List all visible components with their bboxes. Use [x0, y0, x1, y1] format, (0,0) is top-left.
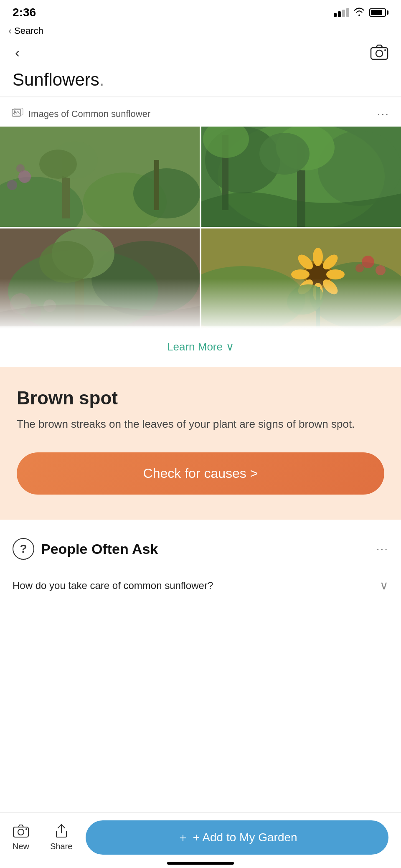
- poa-title-group: ? People Often Ask: [13, 538, 158, 560]
- check-causes-button[interactable]: Check for causes >: [17, 452, 384, 495]
- status-bar: 2:36: [0, 0, 401, 23]
- image-collection-icon: [12, 108, 23, 120]
- camera-button[interactable]: [370, 43, 388, 61]
- camera-icon: [370, 43, 388, 60]
- photo-image-2: [201, 127, 401, 227]
- brown-spot-description: The brown streaks on the leaves of your …: [17, 416, 384, 432]
- svg-point-15: [133, 168, 200, 218]
- learn-more-chevron-icon: ∨: [226, 340, 234, 353]
- poa-header: ? People Often Ask ···: [13, 538, 388, 560]
- new-label: New: [13, 842, 29, 851]
- svg-point-1: [376, 50, 383, 57]
- svg-point-51: [376, 265, 386, 275]
- learn-more-label: Learn More: [167, 340, 223, 353]
- images-more-button[interactable]: ···: [377, 107, 389, 121]
- photo-cell-1[interactable]: [0, 127, 200, 227]
- nav-back[interactable]: ‹ Search: [0, 23, 401, 38]
- svg-point-55: [25, 828, 27, 830]
- share-button[interactable]: Share: [50, 824, 72, 851]
- poa-icon-label: ?: [20, 542, 27, 556]
- grid-fade-overlay: [0, 326, 401, 329]
- battery-icon: [369, 8, 388, 17]
- home-indicator: [167, 862, 234, 865]
- photo-grid: [0, 127, 401, 329]
- images-header: Images of Common sunflower ···: [0, 97, 401, 127]
- share-label: Share: [50, 842, 72, 851]
- poa-more-button[interactable]: ···: [376, 542, 388, 556]
- page-title: Sunflowers: [0, 66, 401, 96]
- svg-point-2: [384, 49, 386, 51]
- poa-question-row[interactable]: How do you take care of common sunflower…: [13, 570, 388, 601]
- poa-question-icon: ?: [13, 538, 34, 560]
- camera-new-icon: [13, 824, 29, 839]
- people-often-ask-section: ? People Often Ask ··· How do you take c…: [0, 520, 401, 609]
- bottom-toolbar: New Share ＋ + Add to My Garden: [0, 812, 401, 868]
- back-arrow-button[interactable]: ‹: [12, 43, 23, 62]
- poa-title: People Often Ask: [41, 541, 158, 557]
- svg-point-11: [39, 150, 77, 179]
- signal-icon: [334, 8, 349, 17]
- back-label: Search: [14, 25, 43, 36]
- status-time: 2:36: [13, 6, 36, 19]
- add-garden-label: + Add to My Garden: [193, 831, 297, 844]
- photo-image-4: [201, 228, 401, 329]
- toolbar-spacer: [0, 609, 401, 676]
- brown-spot-title: Brown spot: [17, 388, 384, 409]
- photo-image-3: [0, 228, 200, 329]
- back-search-link[interactable]: ‹ Search: [8, 25, 388, 37]
- svg-point-46: [291, 269, 310, 279]
- status-icons: [334, 7, 388, 18]
- svg-point-52: [355, 264, 364, 272]
- toolbar-left: New Share: [13, 824, 72, 851]
- new-button[interactable]: New: [13, 824, 29, 851]
- photo-cell-4[interactable]: [201, 228, 401, 329]
- back-chevron-icon: ‹: [8, 25, 12, 37]
- svg-point-31: [39, 241, 94, 283]
- share-icon: [53, 824, 69, 839]
- svg-point-54: [18, 829, 24, 835]
- learn-more-row: Learn More ∨: [0, 329, 401, 367]
- photo-image-1: [0, 127, 200, 227]
- learn-more-button[interactable]: Learn More ∨: [167, 340, 234, 353]
- header-row: ‹: [0, 38, 401, 66]
- svg-point-5: [14, 110, 16, 112]
- svg-point-42: [326, 269, 345, 279]
- add-to-garden-button[interactable]: ＋ + Add to My Garden: [86, 820, 388, 855]
- poa-expand-icon: ∨: [380, 579, 388, 592]
- svg-rect-16: [154, 160, 159, 210]
- svg-point-13: [7, 180, 17, 190]
- svg-point-40: [313, 248, 323, 266]
- svg-point-50: [362, 256, 374, 268]
- photo-cell-2[interactable]: [201, 127, 401, 227]
- wifi-icon: [353, 7, 365, 18]
- images-label: Images of Common sunflower: [12, 108, 150, 120]
- poa-question-text: How do you take care of common sunflower…: [13, 580, 373, 591]
- photo-cell-3[interactable]: [0, 228, 200, 329]
- add-garden-plus-icon: ＋: [177, 830, 189, 845]
- images-section: Images of Common sunflower ···: [0, 97, 401, 367]
- svg-point-23: [259, 133, 310, 175]
- images-label-text: Images of Common sunflower: [28, 109, 150, 119]
- brown-spot-section: Brown spot The brown streaks on the leav…: [0, 367, 401, 520]
- svg-point-14: [16, 164, 25, 173]
